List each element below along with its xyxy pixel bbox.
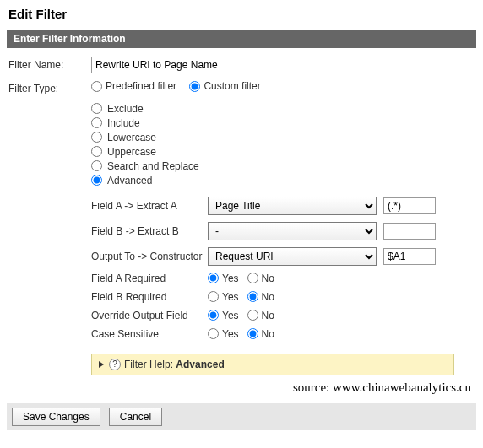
field-b-required-yes[interactable]: Yes [208, 291, 239, 303]
predefined-filter-radio[interactable] [91, 81, 102, 92]
source-attribution: source: www.chinawebanalytics.cn [8, 381, 471, 395]
cancel-button[interactable]: Cancel [109, 408, 162, 426]
custom-filter-options: Exclude Include Lowercase Uppercase Sear… [91, 103, 475, 186]
opt-uppercase-label: Uppercase [107, 146, 156, 158]
filter-name-label: Filter Name: [8, 57, 91, 71]
opt-uppercase-radio[interactable] [91, 146, 102, 157]
field-b-pattern-input[interactable] [383, 223, 436, 240]
opt-search-replace-label: Search and Replace [107, 160, 199, 172]
opt-advanced-radio[interactable] [91, 175, 102, 186]
opt-advanced[interactable]: Advanced [91, 175, 475, 186]
advanced-settings: Field A -> Extract A Page Title Field B … [91, 197, 475, 340]
custom-filter-label: Custom filter [204, 80, 260, 92]
predefined-filter-option[interactable]: Predefined filter [91, 80, 176, 92]
field-a-required-yes[interactable]: Yes [208, 273, 239, 284]
opt-lowercase-radio[interactable] [91, 132, 102, 143]
opt-include[interactable]: Include [91, 117, 475, 129]
field-a-required-label: Field A Required [91, 273, 208, 284]
filter-help-bar[interactable]: ? Filter Help: Advanced [91, 354, 454, 375]
field-b-required-label: Field B Required [91, 291, 208, 303]
field-a-label: Field A -> Extract A [91, 200, 208, 212]
field-b-required-no[interactable]: No [247, 291, 274, 303]
opt-include-radio[interactable] [91, 117, 102, 128]
case-sensitive-yes[interactable]: Yes [208, 328, 239, 340]
opt-exclude[interactable]: Exclude [91, 103, 475, 115]
field-a-pattern-input[interactable] [383, 197, 436, 214]
case-sensitive-label: Case Sensitive [91, 328, 208, 340]
expand-triangle-icon [99, 361, 104, 368]
case-sensitive-no[interactable]: No [247, 328, 274, 340]
predefined-filter-label: Predefined filter [106, 80, 176, 92]
custom-filter-radio[interactable] [189, 81, 200, 92]
opt-search-replace[interactable]: Search and Replace [91, 160, 475, 172]
override-output-label: Override Output Field [91, 310, 208, 321]
custom-filter-option[interactable]: Custom filter [189, 80, 260, 92]
filter-help-suffix: Advanced [176, 359, 224, 370]
help-icon: ? [109, 359, 121, 370]
field-a-required-no[interactable]: No [247, 273, 274, 284]
opt-exclude-radio[interactable] [91, 103, 102, 114]
output-pattern-input[interactable] [383, 248, 436, 265]
filter-help-prefix: Filter Help: [124, 359, 173, 370]
opt-lowercase-label: Lowercase [107, 132, 156, 143]
opt-lowercase[interactable]: Lowercase [91, 132, 475, 143]
section-header: Enter Filter Information [7, 30, 476, 48]
opt-include-label: Include [107, 117, 140, 129]
filter-name-input[interactable] [91, 57, 285, 73]
field-a-select[interactable]: Page Title [208, 197, 377, 215]
opt-uppercase[interactable]: Uppercase [91, 146, 475, 158]
filter-type-label: Filter Type: [8, 80, 91, 94]
opt-advanced-label: Advanced [107, 175, 152, 186]
field-b-label: Field B -> Extract B [91, 225, 208, 237]
output-to-label: Output To -> Constructor [91, 251, 208, 262]
form-area: Filter Name: Filter Type: Predefined fil… [7, 48, 476, 395]
save-button[interactable]: Save Changes [12, 408, 100, 426]
opt-search-replace-radio[interactable] [91, 160, 102, 171]
opt-exclude-label: Exclude [107, 103, 144, 115]
field-b-select[interactable]: - [208, 222, 377, 240]
override-output-no[interactable]: No [247, 310, 274, 321]
action-bar: Save Changes Cancel [7, 403, 476, 430]
override-output-yes[interactable]: Yes [208, 310, 239, 321]
output-to-select[interactable]: Request URI [208, 247, 377, 266]
page-title: Edit Filter [8, 7, 476, 21]
